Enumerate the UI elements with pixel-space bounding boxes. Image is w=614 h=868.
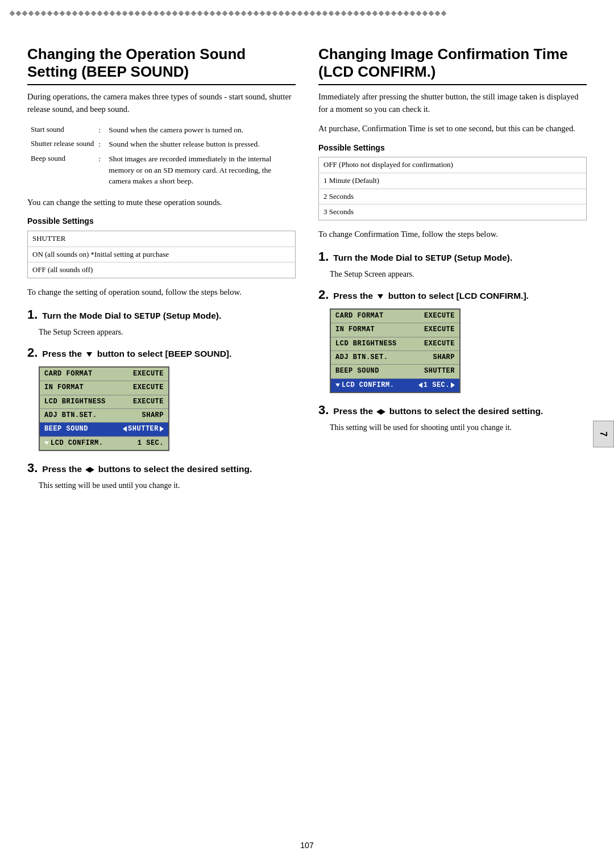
left-column: Changing the Operation Sound Setting (BE…: [27, 45, 296, 497]
left-settings-table: SHUTTERON (all sounds on) *Initial setti…: [27, 231, 296, 279]
sound-desc: Sound when the camera power is turned on…: [105, 123, 296, 137]
lcd-row-value: 1 SEC.: [418, 381, 455, 390]
lcd-down-arrow-icon: [335, 383, 340, 387]
left-step1-number: 1.: [27, 306, 38, 324]
left-step2-text: Press the button to select [BEEP SOUND].: [42, 348, 231, 360]
lcd-row: IN FORMATEXECUTE: [331, 323, 459, 337]
lcd-row: ADJ BTN.SET.SHARP: [331, 351, 459, 365]
lcd-row-value: EXECUTE: [133, 397, 164, 407]
left-settings-row: ON (all sounds on) *Initial setting at p…: [28, 247, 296, 262]
right-step2-number: 2.: [318, 286, 329, 304]
right-step3-lr-icon: [376, 405, 385, 418]
right-step1-desc: The Setup Screen appears.: [330, 268, 587, 280]
left-step2-bold: Press the: [42, 349, 82, 358]
lcd-row: LCD BRIGHTNESSEXECUTE: [331, 337, 459, 351]
right-column: Changing Image Confirmation Time (LCD CO…: [318, 45, 587, 497]
left-settings-value: SHUTTER: [28, 231, 296, 247]
lcd-row-label: BEEP SOUND: [44, 424, 88, 434]
right-step2-text: Press the button to select [LCD CONFIRM.…: [333, 290, 529, 302]
lcd-row-label: CARD FORMAT: [335, 311, 384, 321]
left-step2-row: 2. Press the button to select [BEEP SOUN…: [27, 344, 296, 362]
left-step3-number: 3.: [27, 459, 38, 477]
right-settings-value: 3 Seconds: [319, 205, 587, 220]
right-settings-row: 1 Minute (Default): [319, 173, 587, 189]
right-intro1: Immediately after pressing the shutter b…: [318, 91, 587, 116]
right-step1-text: Turn the Mode Dial to SETUP (Setup Mode)…: [333, 252, 512, 265]
lcd-row-value: SHUTTER: [424, 366, 455, 376]
sound-desc: Shot images are recorded immediately in …: [105, 152, 296, 189]
left-step1-desc: The Setup Screen appears.: [39, 326, 296, 338]
lcd-row-label: BEEP SOUND: [335, 366, 379, 376]
lcd-row-value: SHARP: [433, 353, 455, 362]
right-step1-rest: (Setup Mode).: [454, 253, 512, 262]
left-step2-number: 2.: [27, 344, 38, 362]
lcd-row: CARD FORMATEXECUTE: [40, 368, 168, 381]
right-section-title: Changing Image Confirmation Time (LCD CO…: [318, 45, 587, 85]
lcd-row-label: LCD BRIGHTNESS: [44, 397, 106, 407]
lcd-row: LCD CONFIRM.1 SEC.: [331, 379, 459, 392]
left-intro: During operations, the camera makes thre…: [27, 91, 296, 116]
right-step1-bold: Turn the Mode Dial to: [333, 253, 422, 262]
right-intro2: At purchase, Confirmation Time is set to…: [318, 123, 587, 135]
lcd-row-value: SHUTTER: [123, 424, 164, 434]
right-settings-value: 1 Minute (Default): [319, 173, 587, 189]
left-step1-setup: SETUP: [134, 311, 161, 322]
right-step3-row: 3. Press the buttons to select the desir…: [318, 401, 587, 419]
left-step1-row: 1. Turn the Mode Dial to SETUP (Setup Mo…: [27, 306, 296, 324]
sound-table-row: Start sound:Sound when the camera power …: [27, 123, 296, 137]
page-tab: 7: [593, 421, 614, 448]
lcd-right-arrow-icon: [160, 426, 164, 432]
left-settings-row: SHUTTER: [28, 231, 296, 247]
lcd-row-label: CARD FORMAT: [44, 369, 93, 379]
left-step3-desc: This setting will be used until you chan…: [39, 479, 296, 491]
left-step3-bold: Press the: [42, 464, 82, 474]
left-section-title: Changing the Operation Sound Setting (BE…: [27, 45, 296, 85]
right-change-intro: To change Confirmation Time, follow the …: [318, 228, 587, 241]
left-step3-lr-icon: [85, 463, 94, 475]
lcd-row: IN FORMATEXECUTE: [40, 381, 168, 395]
lcd-row-label: LCD BRIGHTNESS: [335, 339, 397, 349]
lcd-row-label: IN FORMAT: [44, 383, 84, 393]
left-step1-text: Turn the Mode Dial to SETUP (Setup Mode)…: [42, 310, 221, 323]
left-step3-row: 3. Press the buttons to select the desir…: [27, 459, 296, 477]
left-step2-arrow-down-icon: [86, 348, 93, 360]
colon: :: [97, 152, 105, 189]
lcd-row: BEEP SOUNDSHUTTER: [331, 365, 459, 378]
lcd-down-arrow-icon: [44, 441, 49, 445]
lcd-row-value: EXECUTE: [133, 383, 164, 393]
sound-table: Start sound:Sound when the camera power …: [27, 123, 296, 189]
lcd-row-value: EXECUTE: [424, 325, 455, 335]
left-settings-row: OFF (all sounds off): [28, 262, 296, 278]
left-step3-text: Press the buttons to select the desired …: [42, 463, 252, 475]
sound-table-row: Beep sound:Shot images are recorded imme…: [27, 152, 296, 189]
right-step3-number: 3.: [318, 401, 329, 419]
left-step3-rest: buttons to select the desired setting.: [98, 464, 252, 474]
right-settings-row: 3 Seconds: [319, 205, 587, 220]
right-step2-arrow-down-icon: [377, 290, 384, 302]
lcd-row-label: LCD CONFIRM.: [44, 439, 103, 448]
right-settings-row: OFF (Photo not displayed for confirmatio…: [319, 157, 587, 173]
lcd-row-label: LCD CONFIRM.: [335, 381, 394, 390]
lcd-row-label: ADJ BTN.SET.: [335, 353, 388, 362]
right-step1-setup: SETUP: [425, 253, 452, 264]
left-change-intro: To change the setting of operation sound…: [27, 286, 296, 299]
colon: :: [97, 137, 105, 152]
sound-label: Shutter release sound: [27, 137, 97, 152]
left-settings-value: OFF (all sounds off): [28, 262, 296, 278]
lcd-row: ADJ BTN.SET.SHARP: [40, 409, 168, 423]
right-lcd-screen: CARD FORMATEXECUTEIN FORMATEXECUTELCD BR…: [330, 308, 460, 393]
lcd-left-arrow-icon: [123, 426, 127, 432]
lcd-row: BEEP SOUNDSHUTTER: [40, 423, 168, 436]
left-step1-rest: (Setup Mode).: [163, 311, 221, 320]
right-settings-row: 2 Seconds: [319, 189, 587, 205]
right-settings-table: OFF (Photo not displayed for confirmatio…: [318, 157, 587, 220]
sound-table-row: Shutter release sound:Sound when the shu…: [27, 137, 296, 152]
right-step3-text: Press the buttons to select the desired …: [333, 405, 543, 418]
left-possible-settings-label: Possible Settings: [27, 215, 296, 227]
left-step1-bold: Turn the Mode Dial to: [42, 311, 131, 320]
colon: :: [97, 123, 105, 137]
right-possible-settings-label: Possible Settings: [318, 142, 587, 153]
left-settings-value: ON (all sounds on) *Initial setting at p…: [28, 247, 296, 262]
mute-text: You can change the setting to mute these…: [27, 197, 296, 209]
lcd-row-value: EXECUTE: [133, 369, 164, 379]
